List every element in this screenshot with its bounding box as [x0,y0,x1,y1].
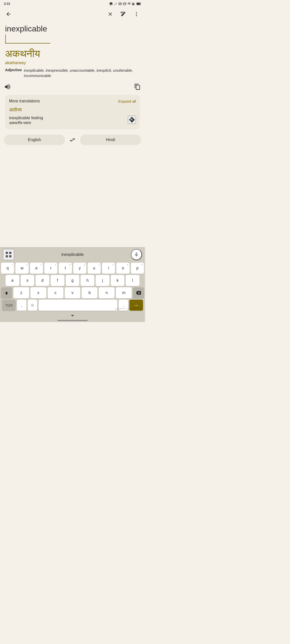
keyboard-current-text: inexplicable [14,252,131,257]
synonyms: inexplicable, inexpressible, unaccountab… [24,68,140,78]
key-h[interactable]: h [81,275,94,286]
terminal-icon [118,2,122,6]
phrase-expand-button[interactable] [128,116,136,124]
audio-button[interactable] [3,82,12,91]
more-translations-header: More translations Expand all [9,99,136,103]
number-mode-key[interactable]: ?123 [2,300,16,311]
key-s[interactable]: s [21,275,34,286]
battery-icon [136,2,141,5]
key-row-1: q1 w2 e3 r4 t5 y6 u7 i8 o9 p0 [1,263,144,274]
chevron-down-icon[interactable] [69,314,76,318]
key-a[interactable]: a [6,275,19,286]
more-translations-title: More translations [9,99,40,103]
lang-selector-row: English Hindi [0,131,145,147]
target-language-button[interactable]: Hindi [80,135,141,145]
key-b[interactable]: b [82,287,97,298]
key-row-3: z x c v b n m [1,287,144,298]
hindi-word: अकथनीय [5,48,140,60]
status-bar: 2:12 [0,0,145,7]
more-options-button[interactable] [132,10,141,19]
key-m[interactable]: m [116,287,132,298]
shift-key[interactable] [1,287,12,298]
check-icon [114,2,117,6]
word-type-row: Adjective inexplicable, inexpressible, u… [5,68,140,78]
word-type: Adjective [5,68,22,72]
phrase-left: inexplicable feeling अकथनीय भावना [9,116,43,125]
home-indicator [0,318,145,322]
toolbar [0,7,145,21]
signal-icon [132,2,135,6]
romanized: akathaneey [5,61,140,65]
alt-hindi-word: अलोध्य [9,107,136,113]
search-input-wrapper: inexplicable [5,24,140,43]
svg-rect-8 [6,252,8,254]
svg-rect-11 [9,255,12,258]
comma-key[interactable]: , [17,300,26,311]
key-x[interactable]: x [30,287,46,298]
keyboard-top-bar: inexplicable [0,247,145,262]
expand-all-button[interactable]: Expand all [118,99,136,103]
key-c[interactable]: c [48,287,63,298]
svg-rect-1 [140,3,141,5]
keyboard-area: inexplicable q1 w2 e3 r4 t5 y6 u7 i8 o9 … [0,247,145,322]
key-n[interactable]: n [99,287,115,298]
back-button[interactable] [4,10,13,19]
key-q[interactable]: q1 [1,263,14,274]
action-row [5,81,140,92]
key-f[interactable]: f [51,275,64,286]
key-j[interactable]: j [96,275,110,286]
status-icons [109,2,141,6]
keyboard-emoji-grid-button[interactable] [3,249,14,260]
key-l[interactable]: l [126,275,139,286]
key-i[interactable]: i8 [102,263,115,274]
watermark: ANDROID AUTHORITY [115,307,143,310]
wifi-icon [127,2,131,6]
main-content: inexplicable अकथनीय akathaneey Adjective… [0,21,145,131]
key-y[interactable]: y6 [73,263,86,274]
translation-result: अकथनीय akathaneey Adjective inexplicable… [5,48,140,92]
phrase-row: inexplicable feeling अकथनीय भावना [9,116,136,125]
keyboard-mic-button[interactable] [131,249,142,260]
svg-rect-10 [6,255,8,258]
swap-languages-button[interactable] [67,134,78,145]
home-bar [57,320,88,321]
vibrate-icon [123,2,126,6]
status-time: 2:12 [4,2,10,6]
toolbar-right [106,10,141,19]
emoji-key[interactable]: ☺ [28,300,37,311]
key-g[interactable]: g [66,275,80,286]
svg-point-7 [136,15,137,16]
key-w[interactable]: w2 [15,263,28,274]
source-language-button[interactable]: English [4,135,65,145]
backspace-key[interactable] [133,287,144,298]
svg-point-5 [136,12,137,13]
key-o[interactable]: o9 [116,263,129,274]
search-word[interactable]: inexplicable [5,24,140,34]
key-z[interactable]: z [13,287,29,298]
phrase-hindi: अकथनीय भावना [9,121,43,125]
key-row-2: a s d f g h j k l [1,275,144,286]
keyboard-rows: q1 w2 e3 r4 t5 y6 u7 i8 o9 p0 a s d f g … [0,262,145,313]
key-t[interactable]: t5 [59,263,72,274]
key-k[interactable]: k [111,275,125,286]
key-v[interactable]: v [65,287,81,298]
space-key[interactable] [39,300,117,311]
key-r[interactable]: r4 [44,263,57,274]
more-translations-card: More translations Expand all अलोध्य inex… [5,95,140,129]
edit-button[interactable] [119,10,128,19]
key-p[interactable]: p0 [131,263,144,274]
copy-button[interactable] [133,82,142,91]
key-d[interactable]: d [35,275,49,286]
photo-icon [109,2,113,6]
key-u[interactable]: u7 [88,263,101,274]
key-e[interactable]: e3 [30,263,43,274]
svg-rect-9 [9,252,12,254]
svg-point-6 [136,14,137,15]
search-underline [5,43,50,44]
svg-rect-2 [137,3,140,5]
phrase-english: inexplicable feeling [9,116,43,120]
search-area: inexplicable [5,24,140,44]
chevron-down-row [0,313,145,318]
toolbar-left [4,10,13,19]
close-button[interactable] [106,10,115,19]
